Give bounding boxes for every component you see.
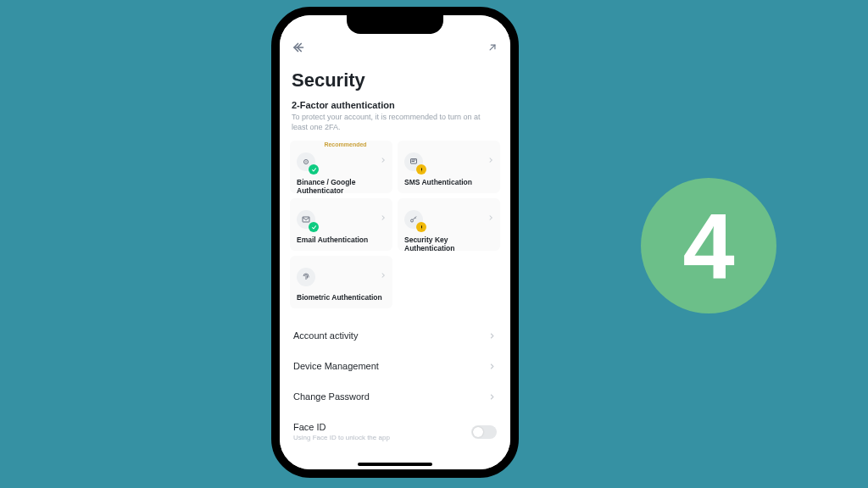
- twofa-tile-biometric[interactable]: Biometric Authentication: [290, 256, 392, 308]
- phone-mockup: Security 2-Factor authentication To prot…: [271, 7, 519, 478]
- tile-label: Biometric Authentication: [297, 293, 386, 302]
- tile-label: Security Key Authentication: [404, 236, 493, 252]
- header-action-icon[interactable]: [487, 42, 498, 53]
- row-label: Face ID: [293, 422, 390, 432]
- step-badge: 4: [641, 178, 776, 313]
- tile-icon-wrap: [404, 210, 423, 229]
- row-label: Account activity: [293, 330, 358, 341]
- svg-point-6: [421, 228, 422, 229]
- twofa-tile-email[interactable]: Email Authentication: [290, 198, 392, 251]
- svg-point-3: [421, 170, 422, 171]
- row-label: Device Management: [293, 361, 379, 371]
- status-ok-icon: [309, 164, 319, 175]
- tile-icon-wrap: [404, 152, 423, 171]
- section-heading: 2-Factor authentication: [292, 100, 498, 110]
- status-warn-icon: [416, 222, 426, 232]
- settings-list: Account activity Device Management Chang…: [292, 320, 498, 445]
- step-number: 4: [682, 199, 734, 292]
- section-subheading: To protect your account, it is recommend…: [292, 112, 498, 132]
- row-sublabel: Using Face ID to unlock the app: [293, 434, 390, 441]
- tile-label: Binance / Google Authenticator: [297, 178, 386, 195]
- twofa-tile-sms[interactable]: SMS Authentication: [398, 141, 500, 193]
- row-face-id[interactable]: Face ID Using Face ID to unlock the app: [292, 412, 498, 445]
- row-device-management[interactable]: Device Management: [292, 351, 498, 381]
- twofa-tile-security-key[interactable]: Security Key Authentication: [398, 198, 500, 251]
- recommended-tag: Recommended: [324, 141, 366, 147]
- chevron-right-icon: [487, 156, 495, 164]
- tile-icon-wrap: [297, 210, 315, 229]
- page-title: Security: [292, 69, 498, 92]
- back-icon[interactable]: [292, 40, 307, 55]
- face-id-toggle[interactable]: [471, 425, 497, 439]
- twofa-tile-grid: Recommended Binance / Google Authenticat…: [290, 141, 500, 308]
- chevron-right-icon: [379, 271, 387, 280]
- tile-icon-wrap: [297, 268, 315, 286]
- chevron-right-icon: [379, 214, 387, 222]
- row-change-password[interactable]: Change Password: [292, 381, 498, 412]
- chevron-right-icon: [379, 156, 387, 164]
- svg-point-5: [411, 219, 414, 222]
- twofa-tile-authenticator[interactable]: Recommended Binance / Google Authenticat…: [290, 141, 392, 193]
- tile-label: Email Authentication: [297, 236, 386, 244]
- chevron-right-icon: [487, 214, 495, 222]
- app-screen: Security 2-Factor authentication To prot…: [280, 15, 510, 469]
- tile-label: SMS Authentication: [404, 178, 493, 186]
- status-ok-icon: [309, 222, 319, 232]
- tile-icon-wrap: [297, 152, 315, 171]
- row-label: Change Password: [293, 391, 370, 402]
- status-warn-icon: [416, 164, 426, 175]
- chevron-right-icon: [487, 392, 497, 402]
- fingerprint-icon: [297, 268, 315, 286]
- svg-point-1: [305, 162, 307, 164]
- row-account-activity[interactable]: Account activity: [292, 320, 498, 351]
- chevron-right-icon: [487, 362, 497, 371]
- chevron-right-icon: [487, 331, 497, 341]
- phone-speaker-bar: [378, 8, 412, 14]
- header-bar: [292, 37, 498, 58]
